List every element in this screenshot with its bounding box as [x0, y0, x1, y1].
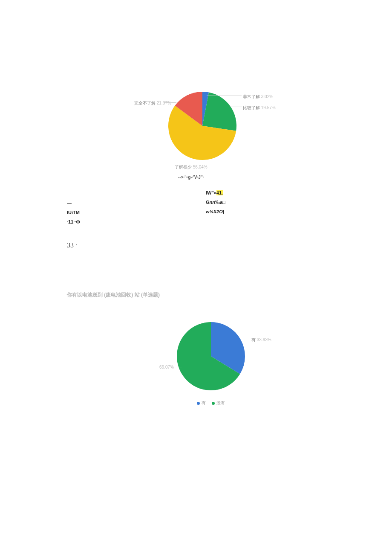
chart-1: 非常了解 3.02% 比较了解 19.57% 了解很少 56.04% 完全不了解…	[166, 90, 239, 180]
legend-item-1: 没有	[212, 400, 225, 406]
legend-dot-icon	[197, 402, 200, 405]
pie1-label-2: 了解很少 56.04%	[175, 164, 208, 170]
chart1-legend: -->·'··g-·'V·J''·	[166, 175, 239, 180]
label-pct: 66.07%	[159, 365, 174, 369]
label-cat: 了解很少	[175, 165, 192, 169]
label-cat: 非常了解	[243, 94, 260, 99]
pie1-label-3: 完全不了解 21.37%	[134, 100, 164, 106]
pie2-label-1: 66.07%	[153, 365, 174, 369]
text-left-0: —	[67, 200, 72, 206]
legend-item-0: 有	[197, 400, 206, 406]
label-pct: 3.02%	[261, 94, 273, 99]
text-right-2: w¾X2O|	[206, 209, 224, 214]
label-cat: 比较了解	[243, 105, 260, 110]
text-left-2: ·11··Ф	[67, 219, 80, 224]
label-pct: 21.37%	[157, 101, 171, 105]
pie-2: 有 33.93% 66.07%	[175, 320, 247, 392]
pie-svg-1	[166, 90, 239, 162]
text-left-1: IUiTM	[67, 210, 80, 215]
pie-1: 非常了解 3.02% 比较了解 19.57% 了解很少 56.04% 完全不了解…	[166, 90, 239, 162]
label-cat: 有	[251, 337, 256, 342]
pie2-label-0: 有 33.93%	[251, 337, 271, 343]
legend-label: 没有	[216, 400, 225, 406]
legend-dot-icon	[212, 402, 215, 405]
chart-2: 有 33.93% 66.07% 有 没有	[175, 320, 247, 406]
section-heading: 你有以电池送到 (废电池回收) 站 (单选题)	[67, 291, 160, 299]
pie1-label-0: 非常了解 3.02%	[243, 94, 273, 100]
pie1-label-1: 比较了解 19.57%	[243, 105, 276, 111]
legend-label: 有	[202, 400, 206, 406]
label-pct: 56.04%	[193, 165, 208, 169]
chart2-legend: 有 没有	[175, 400, 247, 406]
pie-svg-2	[175, 320, 247, 392]
label-cat: 完全不了解	[134, 101, 156, 105]
label-pct: 19.57%	[261, 105, 276, 110]
text-right-0: IW''»41.	[206, 190, 223, 195]
chart1-legend-text: -->·'··g-·'V·J''·	[178, 175, 204, 180]
label-pct: 33.93%	[257, 337, 271, 342]
page-number: 33 ·	[67, 241, 77, 249]
text-right-1: Gnn‰a□	[206, 200, 225, 205]
